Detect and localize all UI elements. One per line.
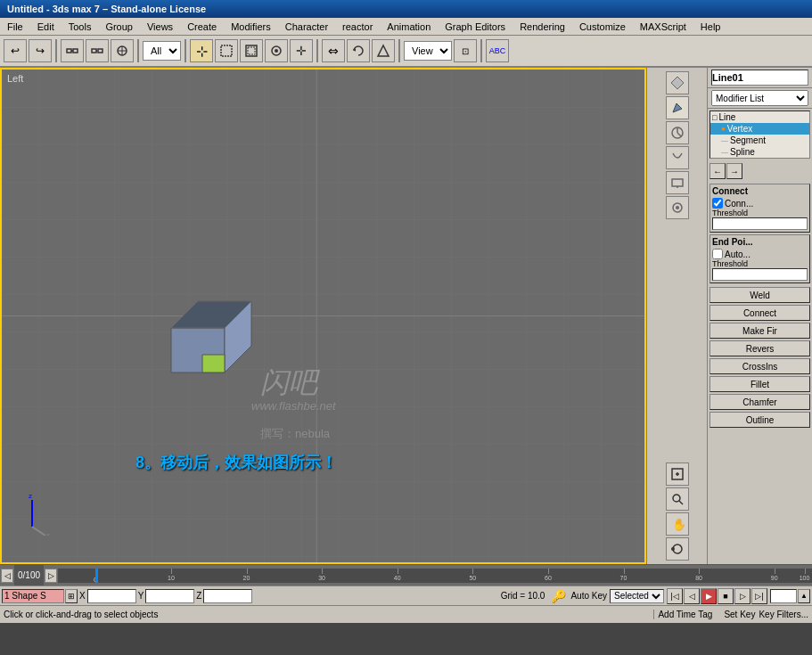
select-scale-button[interactable] [372,39,395,62]
paint-select-button[interactable] [265,39,288,62]
object-name-input[interactable] [711,70,808,86]
menu-views[interactable]: Views [140,20,180,34]
weld-button[interactable]: Weld [709,287,810,303]
timeline-go-end[interactable]: ▷ [45,569,57,583]
cross-insert-button[interactable]: CrossIns [709,358,810,374]
time-cursor [95,569,98,583]
separator-2 [137,39,139,62]
svg-point-43 [671,547,675,551]
create-tab[interactable] [666,71,689,94]
select-move-button[interactable]: ⇔ [322,39,345,62]
transport-bar: 1 Shape S ⊞ X Y Z Grid = 10.0 🔑 Auto Key… [0,585,812,605]
frame-input[interactable] [770,589,797,603]
info-bar: Click or click-and-drag to select object… [0,605,812,623]
menu-animation[interactable]: Animation [380,20,438,34]
unlink-button[interactable] [86,39,109,62]
go-to-start-button[interactable]: |◁ [667,588,683,604]
modifier-list-dropdown[interactable]: Modifier List [711,90,808,106]
select-link-button[interactable] [61,39,84,62]
menu-modifiers[interactable]: Modifiers [224,20,278,34]
y-label: Y [138,591,144,601]
transform-gizmo-button[interactable]: ✛ [290,39,313,62]
main-area: Left 闪吧 www.flashbe.net 撰写：nebula 8。移动后，… [0,68,812,564]
tree-vertex[interactable]: ● Vertex [710,123,809,135]
selected-dropdown[interactable]: Selected [610,589,664,603]
menu-file[interactable]: File [0,20,30,34]
svg-rect-1 [73,49,78,53]
y-input[interactable] [145,589,194,603]
menu-group[interactable]: Group [98,20,140,34]
svg-text:✋: ✋ [672,517,685,531]
menu-tools[interactable]: Tools [62,20,99,34]
click-instruction: Click or click-and-drag to select object… [4,610,650,619]
tree-segment[interactable]: — Segment [710,135,809,146]
arc-rotate-button[interactable] [666,537,689,561]
add-time-tag: Add Time Tag [653,610,712,619]
go-to-end-button[interactable]: ▷| [751,588,767,604]
motion-tab[interactable] [666,146,689,169]
prev-frame-button[interactable]: ◁ [684,588,700,604]
connect-threshold-input[interactable] [712,217,808,230]
outline-button[interactable]: Outline [709,412,810,428]
timeline-track[interactable]: 0 10 20 30 40 50 60 70 80 90 100 [58,569,812,583]
menu-graph-editors[interactable]: Graph Editors [438,20,513,34]
chamfer-button[interactable]: Chamfer [709,394,810,410]
play-button[interactable]: ▶ [701,588,717,604]
display-tab[interactable] [666,171,689,194]
modify-tab[interactable] [666,96,689,119]
svg-line-31 [677,133,681,136]
fillet-button[interactable]: Fillet [709,376,810,392]
svg-rect-4 [98,49,103,53]
timeline-go-start[interactable]: ◁ [1,569,13,583]
tree-spline[interactable]: — Spline [710,146,809,158]
auto-key-label: Auto Key [570,591,607,601]
utilities-tab[interactable] [666,196,689,219]
menu-reactor[interactable]: reactor [335,20,380,34]
connect-checkbox[interactable] [712,198,723,209]
nav-prev-button[interactable]: ← [709,163,726,179]
menu-customize[interactable]: Customize [572,20,633,34]
viewport-grid [2,70,644,562]
hierarchy-tab[interactable] [666,121,689,144]
menu-create[interactable]: Create [180,20,224,34]
keyboard-shortcut-override[interactable]: ABC [486,39,509,62]
reference-coord-dropdown[interactable]: View [404,41,452,61]
z-input[interactable] [203,589,252,603]
viewport-label: Left [7,73,23,84]
zoom-extents-button[interactable] [666,463,689,486]
nav-next-button[interactable]: → [726,163,742,179]
menu-rendering[interactable]: Rendering [513,20,572,34]
select-region-button[interactable] [215,39,238,62]
select-object-button[interactable]: ⊹ [190,39,213,62]
next-frame-button[interactable]: ▷ [734,588,750,604]
svg-rect-11 [248,47,255,54]
viewport[interactable]: Left 闪吧 www.flashbe.net 撰写：nebula 8。移动后，… [0,68,646,564]
stop-button[interactable]: ■ [718,588,734,604]
reverse-button[interactable]: Revers [709,340,810,356]
window-crossing-button[interactable] [240,39,263,62]
bind-to-spacewarp-button[interactable] [111,39,134,62]
redo-button[interactable]: ↪ [29,39,52,62]
menu-bar: File Edit Tools Group Views Create Modif… [0,18,812,36]
menu-character[interactable]: Character [278,20,335,34]
make-first-button[interactable]: Make Fir [709,323,810,339]
coord-center-button[interactable]: ⊡ [454,39,477,62]
pan-button[interactable]: ✋ [666,512,689,536]
tree-line[interactable]: □ Line [710,111,809,123]
menu-edit[interactable]: Edit [30,20,62,34]
command-panel: Modifier List □ Line ● Vertex — Segment … [707,68,812,564]
select-rotate-button[interactable] [347,39,370,62]
svg-text:x: x [46,531,50,536]
select-all-button[interactable]: ⊞ [65,589,78,603]
menu-maxscript[interactable]: MAXScript [633,20,693,34]
connect-button[interactable]: Connect [709,305,810,321]
x-input[interactable] [87,589,136,603]
zoom-region-button[interactable] [666,487,689,511]
auto-checkbox[interactable] [712,249,723,259]
endpoint-threshold-input[interactable] [712,268,808,281]
menu-help[interactable]: Help [693,20,728,34]
undo-button[interactable]: ↩ [4,39,27,62]
filter-dropdown[interactable]: All [143,41,181,61]
frame-step-up[interactable]: ▲ [798,589,810,603]
description-text: 8。移动后，效果如图所示！ [135,452,337,473]
